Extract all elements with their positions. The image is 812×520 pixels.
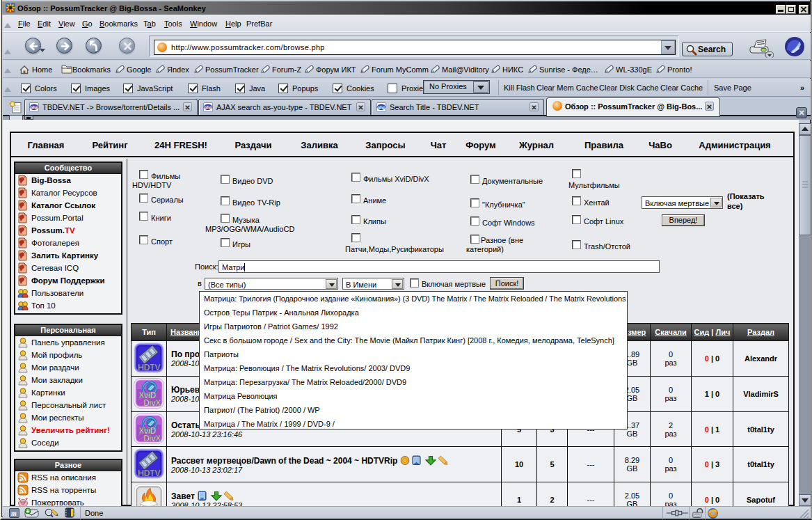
svg-text:m: m [11, 510, 17, 517]
